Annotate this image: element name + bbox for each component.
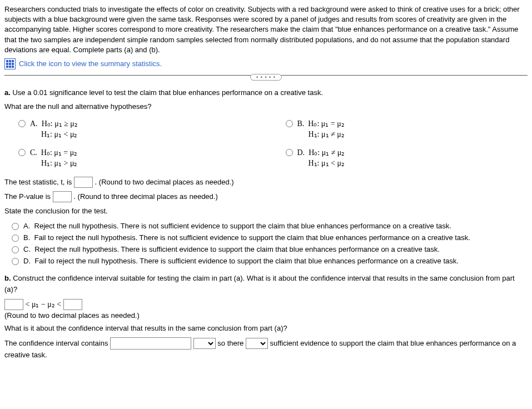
- h1-c: H₁: μ₁ > μ₂: [30, 158, 77, 168]
- concl-text-c: Reject the null hypothesis. There is suf…: [34, 245, 440, 253]
- concl-d[interactable]: D. Fail to reject the null hypothesis. T…: [9, 257, 528, 265]
- part-a-label: a.: [4, 88, 11, 97]
- concl-label-b: B.: [23, 233, 30, 242]
- collapse-handle[interactable]: • • • • •: [250, 74, 282, 81]
- h0-b: H₀: μ₁ = μ₂: [308, 119, 344, 128]
- concl-radio-d[interactable]: [12, 258, 19, 265]
- sentence-mid: so there: [217, 339, 246, 347]
- h1-a: H₁: μ₁ < μ₂: [30, 129, 78, 139]
- choice-a[interactable]: A. H₀: μ₁ ≥ μ₂ H₁: μ₁ < μ₂: [16, 119, 261, 139]
- concl-text-b: Fail to reject the null hypothesis. Ther…: [34, 233, 470, 242]
- ci-upper-input[interactable]: [63, 299, 82, 310]
- tstat-post: . (Round to two decimal places as needed…: [95, 178, 234, 186]
- part-b-label: b.: [4, 274, 11, 282]
- concl-a[interactable]: A. Reject the null hypothesis. There is …: [9, 222, 528, 230]
- ci-mid: < μ₁ − μ₂ <: [26, 300, 63, 308]
- choice-c[interactable]: C. H₀: μ₁ = μ₂ H₁: μ₁ > μ₂: [16, 148, 261, 168]
- ci-round-note: (Round to two decimal places as needed.): [4, 311, 528, 320]
- concl-text-a: Reject the null hypothesis. There is not…: [34, 222, 451, 230]
- h0-a: H₀: μ₁ ≥ μ₂: [42, 119, 78, 128]
- table-icon: [4, 58, 16, 69]
- ci-followup: What is it about the confidence interval…: [4, 323, 528, 334]
- problem-intro: Researchers conducted trials to investig…: [4, 4, 528, 55]
- h0-c: H₀: μ₁ = μ₂: [41, 148, 77, 157]
- pval-pre: The P-value is: [4, 192, 53, 201]
- radio-b[interactable]: [286, 120, 293, 127]
- concl-text-d: Fail to reject the null hypothesis. Ther…: [34, 257, 459, 265]
- hypotheses-choices: A. H₀: μ₁ ≥ μ₂ H₁: μ₁ < μ₂ B. H₀: μ₁ = μ…: [16, 119, 528, 168]
- tstat-pre: The test statistic, t, is: [4, 178, 74, 186]
- concl-label-a: A.: [23, 222, 30, 230]
- concl-b[interactable]: B. Fail to reject the null hypothesis. T…: [9, 233, 528, 242]
- conclusion-question: State the conclusion for the test.: [4, 206, 528, 217]
- choice-b[interactable]: B. H₀: μ₁ = μ₂ H₁: μ₁ ≠ μ₂: [283, 119, 528, 139]
- part-a-prompt: Use a 0.01 significance level to test th…: [11, 88, 323, 97]
- label-b: B.: [297, 119, 305, 128]
- concl-label-c: C.: [23, 245, 31, 253]
- part-b-prompt: Construct the confidence interval suitab…: [4, 274, 515, 293]
- h0-d: H₀: μ₁ ≠ μ₂: [309, 148, 345, 157]
- pval-post: . (Round to three decimal places as need…: [73, 192, 217, 201]
- summary-link-text: Click the icon to view the summary stati…: [19, 59, 162, 68]
- so-there-select[interactable]: [246, 338, 268, 349]
- hypotheses-question: What are the null and alternative hypoth…: [4, 101, 528, 112]
- radio-c[interactable]: [18, 149, 26, 156]
- choice-d[interactable]: D. H₀: μ₁ ≠ μ₂ H₁: μ₁ < μ₂: [283, 148, 528, 168]
- ci-contains-select[interactable]: [193, 338, 216, 349]
- concl-radio-c[interactable]: [12, 246, 19, 253]
- concl-radio-a[interactable]: [12, 223, 19, 230]
- radio-d[interactable]: [286, 149, 293, 156]
- concl-label-d: D.: [23, 257, 31, 265]
- h1-b: H₁: μ₁ ≠ μ₂: [297, 129, 345, 139]
- tstat-input[interactable]: [74, 177, 93, 188]
- conclusion-choices: A. Reject the null hypothesis. There is …: [9, 222, 528, 265]
- concl-radio-b[interactable]: [12, 235, 19, 242]
- ci-lower-input[interactable]: [4, 299, 23, 310]
- label-c: C.: [30, 148, 37, 157]
- pval-input[interactable]: [53, 191, 72, 202]
- ci-contains-input[interactable]: [110, 337, 191, 350]
- label-d: D.: [297, 148, 305, 157]
- summary-stats-link[interactable]: Click the icon to view the summary stati…: [4, 58, 528, 69]
- h1-d: H₁: μ₁ < μ₂: [297, 158, 345, 168]
- label-a: A.: [30, 119, 38, 128]
- concl-c[interactable]: C. Reject the null hypothesis. There is …: [9, 245, 528, 253]
- sentence-pre: The confidence interval contains: [4, 339, 110, 347]
- radio-a[interactable]: [18, 120, 26, 127]
